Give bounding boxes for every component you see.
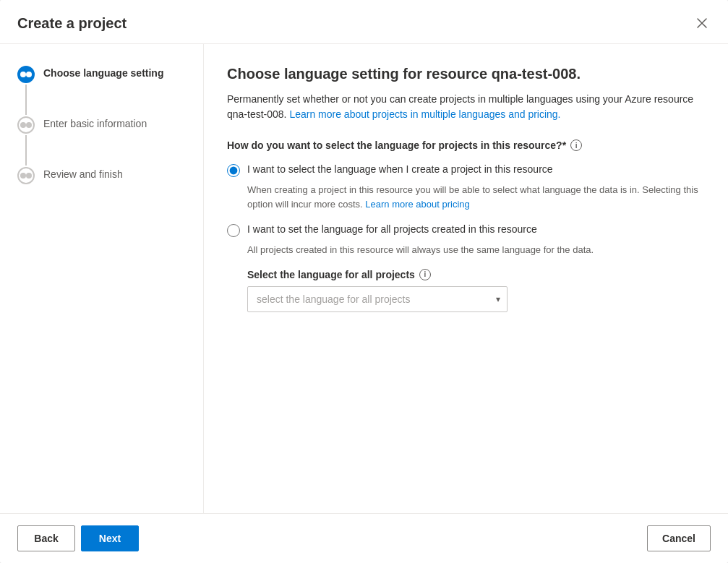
close-button[interactable] <box>693 14 711 32</box>
option-2-label[interactable]: I want to set the language for all proje… <box>247 223 537 237</box>
step-2-row: Enter basic information <box>17 115 186 166</box>
option-1-learn-more-link[interactable]: Learn more about pricing <box>365 199 470 210</box>
option-1-description: When creating a project in this resource… <box>247 183 705 211</box>
dialog-footer: Back Next Cancel <box>0 513 728 563</box>
step-1-connector <box>25 85 27 115</box>
option-1-row: I want to select the language when I cre… <box>227 163 705 177</box>
close-icon <box>696 17 708 29</box>
step-1-indicator <box>17 64 35 115</box>
description-link[interactable]: Learn more about projects in multiple la… <box>289 108 560 120</box>
step-2-dot <box>20 122 26 128</box>
content-title: Choose language setting for resource qna… <box>227 64 705 83</box>
dialog-header: Create a project <box>0 0 728 44</box>
create-project-dialog: Create a project Choose language setting <box>0 0 728 563</box>
dialog-title: Create a project <box>17 15 127 32</box>
sidebar: Choose language setting Enter basic info… <box>0 44 204 513</box>
cancel-button[interactable]: Cancel <box>647 525 711 551</box>
language-select[interactable]: select the language for all projects <box>247 286 508 312</box>
sub-section: Select the language for all projects i s… <box>247 269 705 312</box>
step-3-dot <box>20 173 26 179</box>
step-3-circle <box>17 167 35 184</box>
back-button[interactable]: Back <box>17 525 75 551</box>
option-1-label[interactable]: I want to select the language when I cre… <box>247 163 553 177</box>
step-1-label: Choose language setting <box>43 64 163 81</box>
sub-label-text: Select the language for all projects <box>247 269 415 280</box>
sub-label-info-icon[interactable]: i <box>419 269 431 280</box>
content-description: Permanently set whether or not you can c… <box>227 92 705 122</box>
step-2-indicator <box>17 115 35 166</box>
main-content: Choose language setting for resource qna… <box>204 44 728 513</box>
question-info-icon[interactable]: i <box>570 139 582 151</box>
step-1-row: Choose language setting <box>17 64 186 115</box>
dialog-body: Choose language setting Enter basic info… <box>0 44 728 513</box>
question-text: How do you want to select the language f… <box>227 139 566 151</box>
step-3-indicator <box>17 166 35 184</box>
sub-label: Select the language for all projects i <box>247 269 705 280</box>
step-1-circle <box>17 66 35 83</box>
step-1-dot <box>20 72 26 77</box>
option-1-desc-text: When creating a project in this resource… <box>247 184 698 210</box>
select-wrapper: select the language for all projects ▾ <box>247 286 508 312</box>
option-1-radio[interactable] <box>227 164 240 177</box>
next-button[interactable]: Next <box>81 525 139 551</box>
step-3-row: Review and finish <box>17 166 186 184</box>
question-label: How do you want to select the language f… <box>227 139 705 151</box>
step-3-label: Review and finish <box>43 166 123 182</box>
option-2-radio[interactable] <box>227 224 240 237</box>
step-2-circle <box>17 116 35 134</box>
step-2-connector <box>25 135 27 166</box>
option-2-row: I want to set the language for all proje… <box>227 223 705 237</box>
option-2-description: All projects created in this resource wi… <box>247 243 705 257</box>
footer-left-buttons: Back Next <box>17 525 139 551</box>
step-2-label: Enter basic information <box>43 115 147 132</box>
